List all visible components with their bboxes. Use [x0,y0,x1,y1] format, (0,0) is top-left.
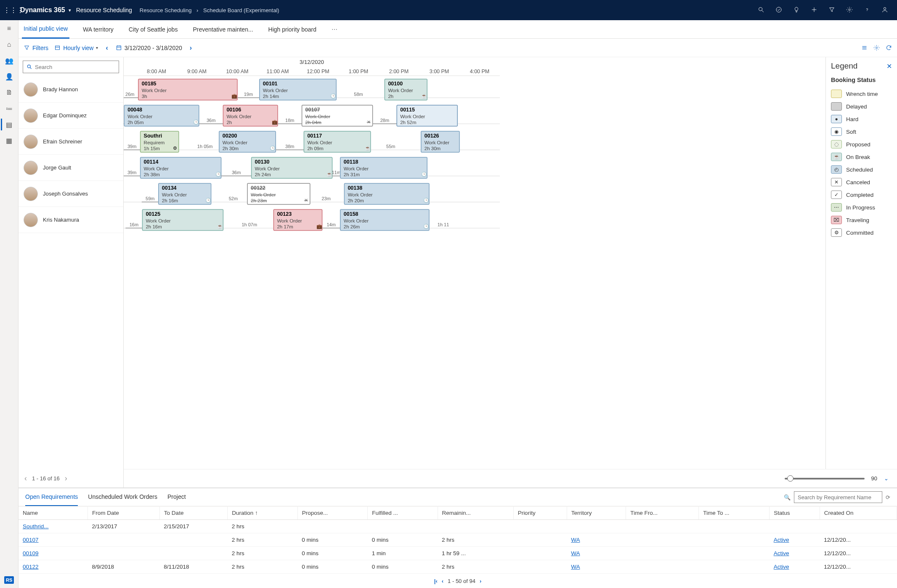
refresh-icon[interactable] [886,45,892,51]
booking-card[interactable]: 00048 Work Order 2h 05m 🕒 [124,105,199,126]
grid-col-header[interactable]: Status [770,506,820,520]
date-next-button[interactable]: › [188,44,194,52]
booking-card[interactable]: 00158 Work Order 2h 26m 🕒 [340,209,429,230]
app-launcher-icon[interactable]: ⋮⋮⋮ [3,6,17,14]
grid-col-header[interactable]: Duration ↑ [228,506,297,520]
zoom-collapse-icon[interactable]: ⌄ [884,475,889,482]
grid-row[interactable]: 00107 2 hrs0 mins 0 mins2 hrs WA Active1… [19,533,897,547]
booking-card[interactable]: 00123 Work Order 2h 17m 💼 [273,209,322,230]
grid-row[interactable]: Southrid... 2/13/20172/15/20172 hrs [19,520,897,533]
grid-row[interactable]: 00109 2 hrs0 mins 1 min1 hr 59 ... WA Ac… [19,547,897,560]
grid-col-header[interactable]: Time Fro... [626,506,699,520]
booking-card[interactable]: 00100 Work Order 2h ☕ [385,79,427,100]
crumb-2[interactable]: Schedule Board (Experimental) [203,7,279,13]
tab-initial-public-view[interactable]: Initial public view [22,20,69,39]
grid-col-header[interactable]: Propose... [297,506,367,520]
grid-col-header[interactable]: Remainin... [438,506,513,520]
grid-col-header[interactable]: Territory [567,506,626,520]
grid-first[interactable]: |‹ [434,578,438,584]
booking-card[interactable]: 00107 Work Order 2h 04m ✕ [302,105,373,126]
booking-card[interactable]: 00117 Work Order 2h 09m ☕ [304,131,370,152]
chevron-down-icon[interactable]: ▾ [67,8,76,13]
booking-card[interactable]: 00126 Work Order 2h 30m [421,131,459,152]
list-icon[interactable]: ≔ [5,104,13,113]
search-icon[interactable] [752,6,770,14]
idea-icon[interactable] [788,6,805,14]
brand[interactable]: Dynamics 365 [17,6,67,14]
booking-card[interactable]: 00125 Work Order 2h 16m ☕ [142,209,223,230]
tab-more-icon[interactable]: ⋯ [330,20,339,39]
booking-card[interactable]: 00134 Work Order 2h 16m 🕒 [159,183,211,204]
document-icon[interactable]: 🗎 [5,88,13,97]
grid-row[interactable]: 00122 8/9/20188/11/20182 hrs0 mins 0 min… [19,560,897,574]
grid-col-header[interactable]: Time To ... [699,506,770,520]
tab-city-of-seattle[interactable]: City of Seattle jobs [127,20,180,39]
date-range-picker[interactable]: 3/12/2020 - 3/18/2020 [116,45,182,51]
date-prev-button[interactable]: ‹ [104,44,109,52]
tab-preventative-maint[interactable]: Preventative mainten... [191,20,255,39]
tab-wa-territory[interactable]: WA territory [81,20,115,39]
booking-card[interactable]: 00101 Work Order 2h 14m 🕒 [260,79,336,100]
hamburger-icon[interactable]: ≡ [5,24,13,33]
res-page-prev[interactable]: ‹ [24,474,27,483]
schedule-board-icon[interactable]: ▤ [5,120,13,129]
grid-col-header[interactable]: Fulfilled ... [368,506,438,520]
people-icon[interactable]: 👥 [5,56,13,65]
grid-name-link[interactable]: Southrid... [19,520,88,533]
booking-card[interactable]: 00114 Work Order 2h 38m 🕒 [141,157,221,178]
btab-open-req[interactable]: Open Requirements [25,488,78,506]
booking-card[interactable]: 00106 Work Order 2h 💼 [223,105,278,126]
booking-card[interactable]: 00115 Work Order 2h 52m [397,105,457,126]
task-icon[interactable] [770,6,788,14]
booking-card[interactable]: Southri Requirem 1h 15m ⚙ [141,131,179,152]
grid-name-link[interactable]: 00107 [19,533,88,547]
booking-card[interactable]: 00185 Work Order 3h 💼 [138,79,237,100]
resource-row[interactable]: Edgar Dominquez [19,103,123,129]
rs-badge[interactable]: RS [4,576,14,584]
grid-prev[interactable]: ‹ [442,578,443,584]
legend-close-icon[interactable]: ✕ [886,62,892,70]
resource-row[interactable]: Kris Nakamura [19,207,123,233]
btab-project[interactable]: Project [167,488,186,506]
user-icon[interactable] [876,6,894,14]
grid-search-input[interactable] [794,491,882,503]
grid-col-header[interactable]: From Date [88,506,159,520]
funnel-icon[interactable] [823,6,841,14]
person-icon[interactable]: 👤 [5,72,13,81]
grid-refresh-icon[interactable]: ⟳ [886,494,890,501]
home-icon[interactable]: ⌂ [5,40,13,49]
res-page-next[interactable]: › [65,474,67,483]
help-icon[interactable]: ? [858,6,876,14]
booking-card[interactable]: 00130 Work Order 2h 24m ☕ [252,157,332,178]
resource-row[interactable]: Jorge Gault [19,155,123,181]
grid-name-link[interactable]: 00109 [19,547,88,560]
gantt-area[interactable]: 3/12/20208:00 AM9:00 AM10:00 AM11:00 AM1… [124,57,897,469]
grid-search-icon[interactable]: 🔍 [784,494,791,501]
grid-col-header[interactable]: Priority [513,506,567,520]
list-toggle-icon[interactable] [861,45,868,51]
zoom-slider[interactable] [785,478,865,479]
grid-col-header[interactable]: To Date [159,506,227,520]
filters-button[interactable]: Filters [24,45,48,51]
grid-col-header[interactable]: Created On [820,506,897,520]
booking-card[interactable]: 00122 Work Order 2h 23m ✕ [247,183,310,204]
resource-row[interactable]: Joseph Gonsalves [19,181,123,207]
booking-card[interactable]: 00200 Work Order 2h 30m 🕒 [219,131,276,152]
crumb-1[interactable]: Resource Scheduling [140,7,192,13]
requirements-grid[interactable]: NameFrom DateTo DateDuration ↑Propose...… [19,506,897,574]
grid-next[interactable]: › [480,578,481,584]
grid-name-link[interactable]: 00122 [19,560,88,574]
tab-high-priority[interactable]: High priority board [267,20,318,39]
resource-row[interactable]: Efrain Schreiner [19,129,123,155]
booking-card[interactable]: 00118 Work Order 2h 31m 🕒 [340,157,427,178]
resource-search[interactable]: Search [23,61,119,73]
grid-col-header[interactable]: Name [19,506,88,520]
resource-row[interactable]: Brady Hannon [19,77,123,103]
settings-icon[interactable] [873,45,880,51]
gear-icon[interactable] [841,6,858,14]
view-mode-button[interactable]: Hourly view ▾ [54,45,98,51]
booking-card[interactable]: 00138 Work Order 2h 20m 🕒 [344,183,429,204]
calendar-icon[interactable]: ▦ [5,136,13,145]
add-icon[interactable] [805,6,823,14]
btab-unsched[interactable]: Unscheduled Work Orders [88,488,157,506]
